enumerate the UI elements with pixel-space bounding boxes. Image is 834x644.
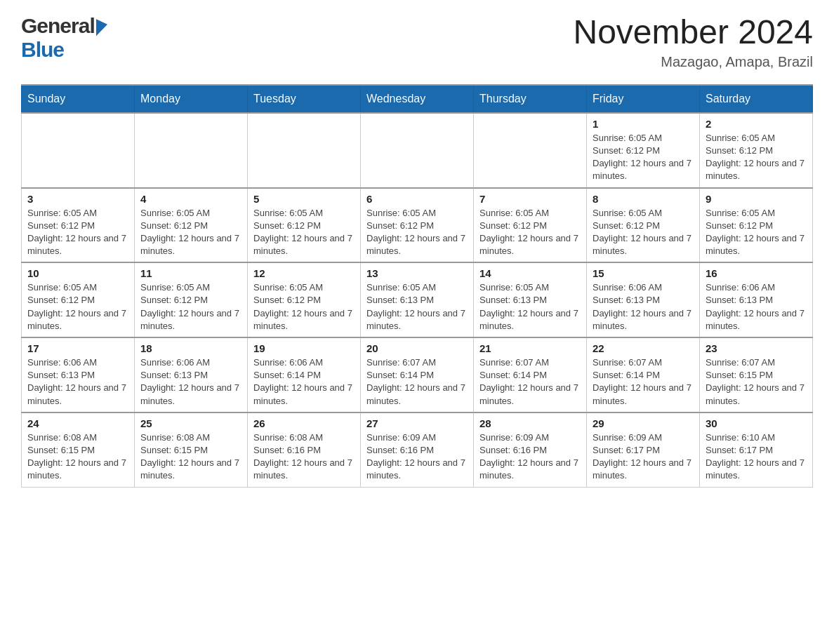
calendar-cell: 14Sunrise: 6:05 AMSunset: 6:13 PMDayligh… <box>474 262 587 337</box>
day-info: Sunrise: 6:07 AMSunset: 6:14 PMDaylight:… <box>593 356 694 408</box>
weekday-header-thursday: Thursday <box>474 85 587 113</box>
calendar-cell: 27Sunrise: 6:09 AMSunset: 6:16 PMDayligh… <box>361 412 474 487</box>
day-info: Sunrise: 6:05 AMSunset: 6:13 PMDaylight:… <box>366 281 468 333</box>
calendar-cell: 9Sunrise: 6:05 AMSunset: 6:12 PMDaylight… <box>700 188 813 263</box>
calendar-cell: 19Sunrise: 6:06 AMSunset: 6:14 PMDayligh… <box>248 337 361 412</box>
location-subtitle: Mazagao, Amapa, Brazil <box>573 54 813 70</box>
weekday-header-sunday: Sunday <box>22 85 135 113</box>
day-number: 24 <box>27 417 128 429</box>
day-info: Sunrise: 6:07 AMSunset: 6:15 PMDaylight:… <box>706 356 807 408</box>
day-number: 30 <box>706 417 807 429</box>
calendar-cell <box>248 113 361 188</box>
page-header: General Blue November 2024 Mazagao, Amap… <box>21 14 813 70</box>
calendar-cell: 8Sunrise: 6:05 AMSunset: 6:12 PMDaylight… <box>587 188 700 263</box>
month-title: November 2024 <box>573 14 813 51</box>
calendar-week-row-1: 1Sunrise: 6:05 AMSunset: 6:12 PMDaylight… <box>22 113 813 188</box>
calendar-cell <box>474 113 587 188</box>
calendar-cell <box>361 113 474 188</box>
calendar-cell: 23Sunrise: 6:07 AMSunset: 6:15 PMDayligh… <box>700 337 813 412</box>
day-number: 19 <box>253 342 355 354</box>
calendar-cell: 17Sunrise: 6:06 AMSunset: 6:13 PMDayligh… <box>22 337 135 412</box>
calendar-week-row-4: 17Sunrise: 6:06 AMSunset: 6:13 PMDayligh… <box>22 337 813 412</box>
calendar-cell: 13Sunrise: 6:05 AMSunset: 6:13 PMDayligh… <box>361 262 474 337</box>
calendar-cell: 4Sunrise: 6:05 AMSunset: 6:12 PMDaylight… <box>135 188 248 263</box>
day-info: Sunrise: 6:06 AMSunset: 6:13 PMDaylight:… <box>27 356 128 408</box>
logo: General Blue <box>21 14 107 62</box>
weekday-header-tuesday: Tuesday <box>248 85 361 113</box>
day-number: 11 <box>140 267 241 279</box>
day-info: Sunrise: 6:05 AMSunset: 6:12 PMDaylight:… <box>593 132 694 183</box>
calendar-cell: 10Sunrise: 6:05 AMSunset: 6:12 PMDayligh… <box>22 262 135 337</box>
day-number: 16 <box>706 267 807 279</box>
calendar-week-row-2: 3Sunrise: 6:05 AMSunset: 6:12 PMDaylight… <box>22 188 813 263</box>
calendar-cell: 16Sunrise: 6:06 AMSunset: 6:13 PMDayligh… <box>700 262 813 337</box>
day-number: 2 <box>706 118 807 130</box>
calendar-cell: 25Sunrise: 6:08 AMSunset: 6:15 PMDayligh… <box>135 412 248 487</box>
calendar-cell: 3Sunrise: 6:05 AMSunset: 6:12 PMDaylight… <box>22 188 135 263</box>
day-info: Sunrise: 6:10 AMSunset: 6:17 PMDaylight:… <box>706 431 807 483</box>
day-number: 4 <box>140 193 241 205</box>
day-info: Sunrise: 6:07 AMSunset: 6:14 PMDaylight:… <box>366 356 468 408</box>
day-number: 22 <box>593 342 694 354</box>
day-info: Sunrise: 6:05 AMSunset: 6:12 PMDaylight:… <box>593 207 694 258</box>
day-info: Sunrise: 6:07 AMSunset: 6:14 PMDaylight:… <box>479 356 581 408</box>
day-number: 13 <box>366 267 468 279</box>
calendar-cell: 28Sunrise: 6:09 AMSunset: 6:16 PMDayligh… <box>474 412 587 487</box>
day-number: 15 <box>593 267 694 279</box>
day-number: 5 <box>253 193 355 205</box>
day-info: Sunrise: 6:05 AMSunset: 6:12 PMDaylight:… <box>253 207 355 258</box>
calendar-cell: 18Sunrise: 6:06 AMSunset: 6:13 PMDayligh… <box>135 337 248 412</box>
logo-blue-text: Blue <box>21 38 64 61</box>
day-info: Sunrise: 6:05 AMSunset: 6:12 PMDaylight:… <box>27 207 128 258</box>
day-info: Sunrise: 6:05 AMSunset: 6:12 PMDaylight:… <box>140 207 241 258</box>
day-info: Sunrise: 6:08 AMSunset: 6:15 PMDaylight:… <box>140 431 241 483</box>
day-number: 6 <box>366 193 468 205</box>
day-number: 27 <box>366 417 468 429</box>
logo-general-text: General <box>21 14 95 38</box>
day-info: Sunrise: 6:05 AMSunset: 6:12 PMDaylight:… <box>366 207 468 258</box>
title-section: November 2024 Mazagao, Amapa, Brazil <box>573 14 813 70</box>
day-number: 17 <box>27 342 128 354</box>
weekday-header-wednesday: Wednesday <box>361 85 474 113</box>
day-number: 3 <box>27 193 128 205</box>
logo-arrow-icon <box>96 16 107 36</box>
calendar-cell: 5Sunrise: 6:05 AMSunset: 6:12 PMDaylight… <box>248 188 361 263</box>
calendar-cell: 30Sunrise: 6:10 AMSunset: 6:17 PMDayligh… <box>700 412 813 487</box>
weekday-header-row: SundayMondayTuesdayWednesdayThursdayFrid… <box>22 85 813 113</box>
calendar-cell: 11Sunrise: 6:05 AMSunset: 6:12 PMDayligh… <box>135 262 248 337</box>
calendar-table: SundayMondayTuesdayWednesdayThursdayFrid… <box>21 84 813 488</box>
day-number: 21 <box>479 342 581 354</box>
day-info: Sunrise: 6:05 AMSunset: 6:12 PMDaylight:… <box>27 281 128 333</box>
day-number: 7 <box>479 193 581 205</box>
calendar-cell: 22Sunrise: 6:07 AMSunset: 6:14 PMDayligh… <box>587 337 700 412</box>
calendar-cell: 20Sunrise: 6:07 AMSunset: 6:14 PMDayligh… <box>361 337 474 412</box>
calendar-week-row-3: 10Sunrise: 6:05 AMSunset: 6:12 PMDayligh… <box>22 262 813 337</box>
calendar-cell: 6Sunrise: 6:05 AMSunset: 6:12 PMDaylight… <box>361 188 474 263</box>
day-info: Sunrise: 6:08 AMSunset: 6:15 PMDaylight:… <box>27 431 128 483</box>
calendar-cell: 2Sunrise: 6:05 AMSunset: 6:12 PMDaylight… <box>700 113 813 188</box>
day-info: Sunrise: 6:06 AMSunset: 6:13 PMDaylight:… <box>706 281 807 333</box>
day-number: 14 <box>479 267 581 279</box>
calendar-cell: 1Sunrise: 6:05 AMSunset: 6:12 PMDaylight… <box>587 113 700 188</box>
day-info: Sunrise: 6:06 AMSunset: 6:13 PMDaylight:… <box>140 356 241 408</box>
weekday-header-saturday: Saturday <box>700 85 813 113</box>
day-number: 25 <box>140 417 241 429</box>
day-info: Sunrise: 6:05 AMSunset: 6:13 PMDaylight:… <box>479 281 581 333</box>
day-number: 26 <box>253 417 355 429</box>
day-number: 1 <box>593 118 694 130</box>
weekday-header-friday: Friday <box>587 85 700 113</box>
calendar-cell <box>135 113 248 188</box>
day-info: Sunrise: 6:05 AMSunset: 6:12 PMDaylight:… <box>706 132 807 183</box>
calendar-week-row-5: 24Sunrise: 6:08 AMSunset: 6:15 PMDayligh… <box>22 412 813 487</box>
calendar-cell: 26Sunrise: 6:08 AMSunset: 6:16 PMDayligh… <box>248 412 361 487</box>
calendar-cell: 15Sunrise: 6:06 AMSunset: 6:13 PMDayligh… <box>587 262 700 337</box>
day-info: Sunrise: 6:05 AMSunset: 6:12 PMDaylight:… <box>479 207 581 258</box>
day-info: Sunrise: 6:06 AMSunset: 6:14 PMDaylight:… <box>253 356 355 408</box>
day-info: Sunrise: 6:05 AMSunset: 6:12 PMDaylight:… <box>140 281 241 333</box>
calendar-cell: 7Sunrise: 6:05 AMSunset: 6:12 PMDaylight… <box>474 188 587 263</box>
day-number: 20 <box>366 342 468 354</box>
day-number: 9 <box>706 193 807 205</box>
day-number: 28 <box>479 417 581 429</box>
calendar-cell: 21Sunrise: 6:07 AMSunset: 6:14 PMDayligh… <box>474 337 587 412</box>
day-info: Sunrise: 6:09 AMSunset: 6:16 PMDaylight:… <box>479 431 581 483</box>
